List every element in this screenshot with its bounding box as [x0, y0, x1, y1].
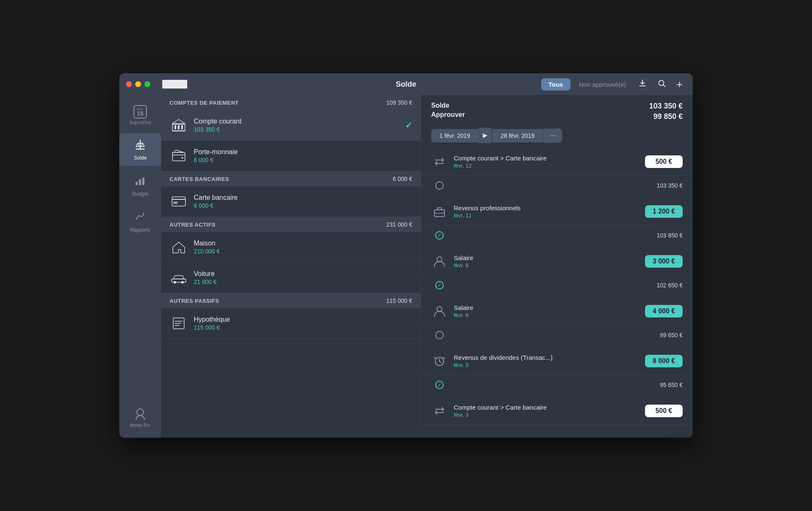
person-icon [431, 303, 448, 320]
account-item-porte-monnaie[interactable]: Porte-monnaie 6 000 € [161, 141, 421, 171]
transaction-date: févr. 3 [454, 412, 639, 418]
status-icon-empty [431, 327, 448, 343]
sidebar-budget-label: Budget [132, 191, 148, 197]
account-item-compte-courant[interactable]: Compte courant 103 350 € ✓ [161, 110, 421, 141]
transaction-amount: 500 € [645, 155, 683, 168]
svg-point-14 [174, 281, 176, 284]
balance-amount: 103 350 € [649, 102, 683, 111]
account-name-carte: Carte bancaire [194, 194, 412, 201]
group-name-passifs: AUTRES PASSIFS [170, 298, 219, 304]
svg-rect-8 [181, 125, 183, 129]
transfer-icon [431, 153, 448, 170]
content-area: Auj. 15 Aujourd'hui Solde [119, 95, 693, 438]
checkmark-icon: ✓ [405, 120, 412, 130]
sidebar-item-solde[interactable]: Solde [119, 133, 161, 166]
svg-rect-2 [139, 179, 141, 185]
group-header-payment: COMPTES DE PAIEMENT 109 350 € [161, 95, 421, 110]
alarm-icon [431, 353, 448, 369]
account-name-hypotheque: Hypothèque [194, 316, 412, 323]
sidebar-item-today[interactable]: Auj. 15 Aujourd'hui [119, 100, 161, 130]
transactions-list: Compte courant > Carte bancaire févr. 12… [421, 148, 693, 438]
transaction-row[interactable]: Revenus de dividendes (Transac...) févr.… [421, 348, 693, 375]
sub-balance: 103 350 € [657, 182, 683, 189]
search-button[interactable] [654, 77, 670, 92]
account-name-porte: Porte-monnaie [194, 148, 412, 156]
account-info-voiture: Voiture 21 000 € [194, 270, 412, 285]
credit-card-icon [170, 192, 188, 211]
status-icon-check [431, 227, 448, 244]
briefcase-icon [431, 203, 448, 220]
status-icon-check [431, 277, 448, 294]
tous-button[interactable]: Tous [541, 78, 571, 90]
account-balance-maison: 210 000 € [194, 248, 412, 255]
transaction-row[interactable]: Revenus professionnels févr. 11 1 200 € [421, 198, 693, 225]
modifier-button[interactable]: Modifier [162, 80, 188, 89]
sidebar-item-rapports[interactable]: Rapports [119, 205, 161, 238]
close-button[interactable] [126, 81, 132, 87]
transaction-name: Compte courant > Carte bancaire [454, 404, 639, 411]
account-info-porte: Porte-monnaie 6 000 € [194, 148, 412, 163]
right-header: Solde Approuver 103 350 € 99 850 € [421, 95, 693, 124]
svg-point-0 [659, 80, 664, 85]
right-header-labels: Solde Approuver [431, 102, 465, 119]
transaction-info: Revenus professionnels févr. 11 [454, 204, 639, 219]
transaction-date: févr. 8 [454, 262, 639, 268]
main-window: Modifier Solde Tous Non approuvé(e) + [119, 73, 693, 438]
house-icon [170, 238, 188, 256]
transaction-name: Salaire [454, 304, 639, 311]
transaction-row[interactable]: Compte courant > Carte bancaire févr. 3 … [421, 397, 693, 425]
transaction-amount: 3 000 € [645, 255, 683, 268]
account-item-hypotheque[interactable]: Hypothèque 115 000 € [161, 308, 421, 339]
date-to-button[interactable]: 28 févr. 2019 [492, 129, 543, 142]
account-balance-hypotheque: 115 000 € [194, 324, 412, 331]
date-arrow-icon: ► [478, 128, 492, 143]
transaction-amount: 1 200 € [645, 205, 683, 218]
sidebar-item-budget[interactable]: Budget [119, 169, 161, 202]
account-item-carte[interactable]: Carte bancaire 6 000 € [161, 186, 421, 217]
transaction-sub-row: 103 850 € [421, 225, 693, 248]
add-button[interactable]: + [673, 76, 686, 93]
transaction-name: Revenus professionnels [454, 204, 639, 212]
date-filter: 1 févr. 2019 ► 28 févr. 2019 ··· [421, 124, 693, 148]
transaction-row[interactable]: Salaire févr. 6 4 000 € [421, 298, 693, 325]
sub-balance: 95 650 € [660, 382, 683, 388]
account-balance-carte: 6 000 € [194, 202, 412, 209]
maximize-button[interactable] [144, 81, 150, 87]
approve-amount: 99 850 € [653, 112, 683, 121]
transaction-date: févr. 5 [454, 362, 639, 368]
account-name-voiture: Voiture [194, 270, 412, 278]
transaction-info: Compte courant > Carte bancaire févr. 12 [454, 155, 639, 169]
group-total-actifs: 231 000 € [386, 221, 412, 228]
transfer-icon [431, 403, 448, 419]
transaction-row[interactable]: Compte courant > Carte bancaire févr. 12… [421, 148, 693, 175]
sidebar-solde-label: Solde [134, 155, 147, 161]
wallet-icon [170, 147, 188, 165]
transaction-row[interactable]: Salaire févr. 8 3 000 € [421, 248, 693, 275]
svg-point-10 [182, 157, 183, 159]
svg-rect-13 [172, 279, 186, 282]
svg-point-15 [181, 281, 184, 284]
svg-rect-7 [178, 125, 180, 129]
sidebar-bottom: Money Pro [119, 401, 161, 433]
account-item-voiture[interactable]: Voiture 21 000 € [161, 263, 421, 293]
date-more-button[interactable]: ··· [543, 129, 562, 143]
download-button[interactable] [635, 77, 650, 92]
non-approuve-button[interactable]: Non approuvé(e) [574, 78, 631, 90]
sub-balance: 99 650 € [660, 332, 683, 338]
transaction-date: févr. 11 [454, 212, 639, 219]
group-header-passifs: AUTRES PASSIFS 115 000 € [161, 293, 421, 308]
transaction-info: Revenus de dividendes (Transac...) févr.… [454, 354, 639, 368]
date-from-button[interactable]: 1 févr. 2019 [431, 129, 478, 142]
window-title: Solde [396, 80, 416, 89]
sidebar-item-money-pro[interactable]: Money Pro [119, 401, 161, 433]
account-item-maison[interactable]: Maison 210 000 € [161, 232, 421, 263]
account-name-maison: Maison [194, 240, 412, 247]
status-icon-check [431, 377, 448, 393]
minimize-button[interactable] [135, 81, 141, 87]
account-balance-compte: 103 350 € [194, 126, 405, 133]
transaction-amount: 4 000 € [645, 305, 683, 317]
account-info-compte: Compte courant 103 350 € [194, 118, 405, 133]
svg-rect-1 [136, 182, 138, 185]
account-info-carte: Carte bancaire 6 000 € [194, 194, 412, 209]
transaction-amount: 500 € [645, 405, 683, 417]
